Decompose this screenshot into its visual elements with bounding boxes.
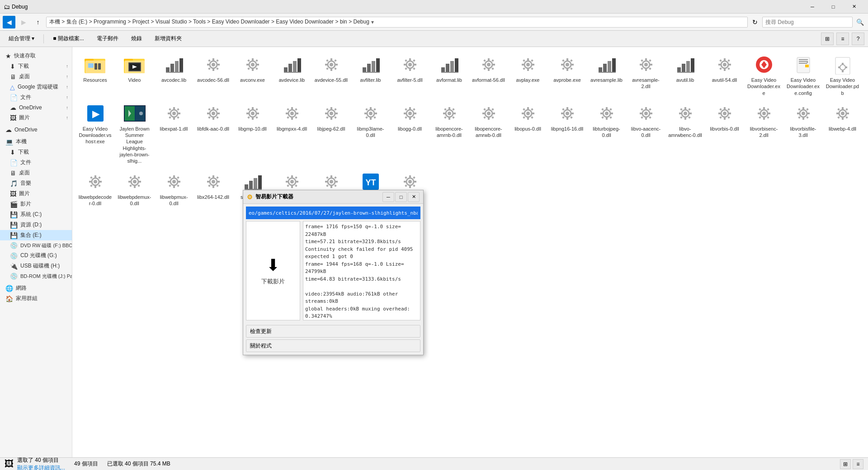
about-button[interactable]: 關於程式	[246, 339, 420, 352]
file-item[interactable]: ▶ Easy Video Downloader.vshosт.exe	[76, 99, 114, 167]
sidebar-item-downloads2[interactable]: ⬇ 下載	[0, 147, 72, 157]
file-item[interactable]: libogg-0.dll	[391, 99, 429, 167]
file-item[interactable]: avcodec-56.dll	[194, 51, 232, 99]
sidebar-item-pictures2[interactable]: 🖼 圖片	[0, 188, 72, 199]
svg-point-348	[290, 180, 294, 183]
file-item[interactable]: avdevice.lib	[273, 51, 311, 99]
dialog-log-panel[interactable]: frame= 1716 fps=150 q=-1.0 size= 22487kB…	[303, 221, 420, 320]
file-item[interactable]: libmp3lame-0.dll	[351, 99, 390, 167]
organize-button[interactable]: 組合管理 ▾	[4, 33, 39, 45]
sidebar-item-desktop1[interactable]: 🖥 桌面 ↑	[0, 71, 72, 82]
file-item[interactable]: avfilter.lib	[351, 51, 390, 99]
sidebar-item-pictures[interactable]: 🖼 圖片 ↑	[0, 113, 72, 123]
open-button[interactable]: ■ 開啟檔案...	[48, 33, 89, 45]
sidebar-item-usb-h[interactable]: 🔌 USB 磁碟機 (H:)	[0, 261, 72, 271]
file-item[interactable]: libx264-142.dll	[194, 168, 232, 222]
file-item[interactable]: libgmp-10.dll	[233, 99, 272, 167]
minimize-button[interactable]: ─	[802, 0, 823, 14]
quick-access-header[interactable]: ★ 快速存取	[0, 51, 72, 61]
sidebar-item-videos[interactable]: 🎬 影片	[0, 199, 72, 209]
forward-button[interactable]: ▶	[17, 16, 30, 28]
sidebar-item-downloads1[interactable]: ⬇ 下載 ↑	[0, 61, 72, 71]
sidebar-item-dvd-f[interactable]: 💿 DVD RW 磁碟 (F:) BBC	[0, 240, 72, 250]
new-folder-button[interactable]: 新增資料夾	[150, 33, 187, 45]
close-button[interactable]: ✕	[844, 0, 864, 14]
file-item[interactable]: avdevice-55.dll	[312, 51, 350, 99]
maximize-button[interactable]: □	[823, 0, 844, 14]
file-item[interactable]: avcodec.lib	[155, 51, 193, 99]
sidebar-item-homegroup[interactable]: 🏠 家用群組	[0, 293, 72, 304]
file-item[interactable]: libjpeg-62.dll	[312, 99, 350, 167]
file-item[interactable]: libturbojpeg-0.dll	[587, 99, 626, 167]
sidebar-item-collection-e[interactable]: 💾 集合 (E:)	[0, 230, 72, 240]
sidebar-item-this-pc[interactable]: 💻 本機	[0, 136, 72, 147]
file-item[interactable]: libvorbisfile-3.dll	[784, 99, 822, 167]
file-item[interactable]: libvo-amrwbenc-0.dll	[666, 99, 704, 167]
file-item[interactable]: avutil.lib	[666, 51, 704, 99]
dialog-maximize-button[interactable]: □	[395, 192, 407, 202]
sidebar-item-onedrive1[interactable]: ☁ OneDrive ↑	[0, 103, 72, 113]
sidebar-item-bdrom-j[interactable]: 💿 BD-ROM 光碟機 (J:) Pack	[0, 271, 72, 281]
file-item[interactable]: libpng16-16.dll	[548, 99, 586, 167]
file-item[interactable]: avutil-54.dll	[705, 51, 744, 99]
file-item[interactable]: libvorbisenc-2.dll	[745, 99, 783, 167]
sidebar-item-desktop2[interactable]: 🖥 桌面	[0, 168, 72, 178]
file-area[interactable]: Resources Video avcodec.lib	[72, 47, 868, 457]
dialog-url-bar[interactable]: eo/games/celtics/2016/07/27/jaylen-brown…	[246, 207, 420, 219]
view-list-button[interactable]: ≡	[853, 459, 863, 469]
search-button[interactable]: 🔍	[854, 17, 865, 28]
file-item[interactable]: avconv.exe	[233, 51, 272, 99]
view-icons-button[interactable]: ⊞	[840, 459, 851, 469]
file-item[interactable]: Easy Video Downloader.pdb	[823, 51, 862, 99]
sidebar-item-cd-g[interactable]: 💿 CD 光碟機 (G:)	[0, 250, 72, 261]
file-item[interactable]: avformat.lib	[430, 51, 468, 99]
file-item[interactable]: libvo-aacenc-0.dll	[627, 99, 665, 167]
sidebar-item-google-drive[interactable]: △ Google 雲端硬碟 ↑	[0, 82, 72, 92]
file-icon	[124, 171, 146, 193]
help-button[interactable]: ?	[852, 33, 864, 45]
file-item[interactable]: avprobe.exe	[548, 51, 586, 99]
file-item[interactable]: libwebpdemux-0.dll	[115, 168, 154, 222]
check-update-button[interactable]: 檢查更新	[246, 325, 420, 338]
burn-button[interactable]: 燒錄	[126, 33, 147, 45]
sidebar-item-network[interactable]: 🌐 網路	[0, 283, 72, 293]
sidebar-item-onedrive2[interactable]: ☁ OneDrive	[0, 125, 72, 135]
file-item[interactable]: libopencore-amrnb-0.dll	[430, 99, 468, 167]
email-button[interactable]: 電子郵件	[92, 33, 123, 45]
file-item[interactable]: libopus-0.dll	[509, 99, 547, 167]
sidebar-item-music[interactable]: 🎵 音樂	[0, 178, 72, 188]
file-item[interactable]: avfilter-5.dll	[391, 51, 429, 99]
sidebar-item-resource-d[interactable]: 💾 資源 (D:)	[0, 220, 72, 230]
file-item[interactable]: libwebpdecode r-0.dll	[76, 168, 114, 222]
file-item[interactable]: avresample.lib	[587, 51, 626, 99]
dialog-minimize-button[interactable]: ─	[382, 192, 394, 202]
file-item[interactable]: avresample-2.dll	[627, 51, 665, 99]
file-item[interactable]: avformat-56.dll	[469, 51, 508, 99]
file-item[interactable]: libopencore-amrwb-0.dll	[469, 99, 508, 167]
file-item[interactable]: libvorbis-0.dll	[705, 99, 744, 167]
back-button[interactable]: ◀	[3, 16, 15, 28]
search-input[interactable]	[762, 17, 853, 28]
file-item[interactable]: libfdk-aac-0.dll	[194, 99, 232, 167]
file-item[interactable]: libwebpmux-0.dll	[155, 168, 193, 222]
downloader-dialog[interactable]: ⚙ 智易影片下載器 ─ □ ✕ eo/games/celtics/2016/07…	[243, 190, 424, 355]
sidebar-item-system-c[interactable]: 💾 系統 (C:)	[0, 209, 72, 220]
sidebar-item-docs2[interactable]: 📄 文件	[0, 157, 72, 168]
file-item[interactable]: libexpat-1.dll	[155, 99, 193, 167]
up-button[interactable]: ↑	[32, 16, 44, 28]
breadcrumb[interactable]: 本機 > 集合 (E:) > Programming > Project > V…	[46, 17, 748, 28]
file-item[interactable]: Easy Video Downloader.exe.config	[784, 51, 822, 99]
file-item[interactable]: avplay.exe	[509, 51, 547, 99]
file-item[interactable]: libgmpxx-4.dll	[273, 99, 311, 167]
file-item[interactable]: libwebp-4.dll	[823, 99, 862, 167]
refresh-button[interactable]: ↻	[750, 17, 760, 28]
dialog-close-button[interactable]: ✕	[408, 192, 420, 202]
file-item[interactable]: Easy Video Downloader.exe	[745, 51, 783, 99]
svg-rect-146	[173, 107, 175, 109]
file-item[interactable]: Video	[115, 51, 154, 99]
file-item[interactable]: Jaylen Brown Summer League Highlights-ja…	[115, 99, 154, 167]
sidebar-item-docs[interactable]: 📄 文件 ↑	[0, 92, 72, 103]
file-item[interactable]: Resources	[76, 51, 114, 99]
view-button-2[interactable]: ≡	[836, 33, 849, 45]
view-button-1[interactable]: ⊞	[821, 33, 834, 45]
